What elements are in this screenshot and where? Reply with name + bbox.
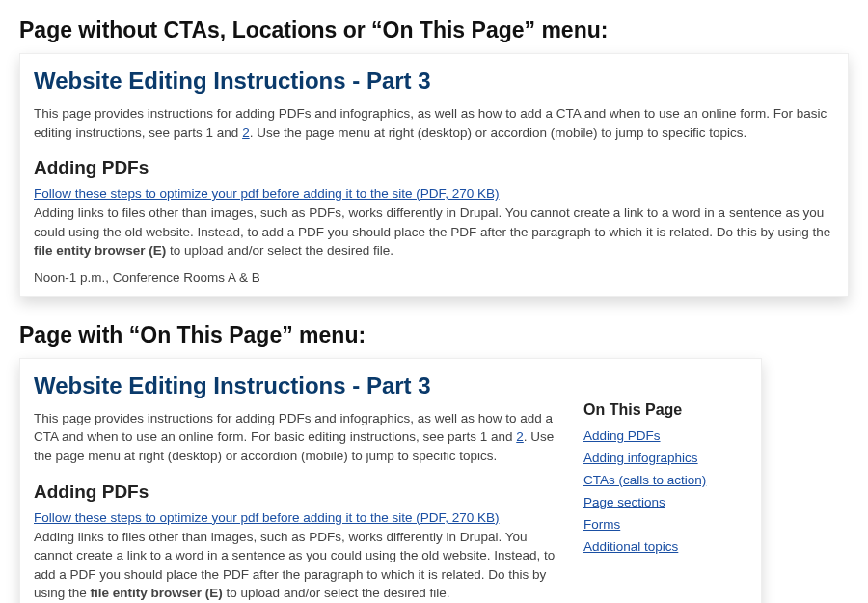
- intro-link-part2[interactable]: 2: [516, 429, 524, 444]
- body-bold: file entity browser (E): [91, 586, 223, 600]
- example-panel-with-menu: Website Editing Instructions - Part 3 Th…: [19, 358, 762, 603]
- page-title: Website Editing Instructions - Part 3: [34, 372, 564, 399]
- pdf-optimize-link[interactable]: Follow these steps to optimize your pdf …: [34, 186, 500, 201]
- on-this-page-heading: On This Page: [583, 401, 747, 419]
- otp-link-adding-infographics[interactable]: Adding infographics: [583, 451, 698, 465]
- intro-after: . Use the page menu at right (desktop) o…: [250, 125, 747, 140]
- main-column: Website Editing Instructions - Part 3 Th…: [34, 369, 564, 603]
- section-heading-2: Page with “On This Page” menu:: [19, 322, 849, 348]
- pdf-optimize-link[interactable]: Follow these steps to optimize your pdf …: [34, 510, 500, 525]
- body-before: Adding links to files other than images,…: [34, 206, 830, 239]
- pdf-body-text: Adding links to files other than images,…: [34, 528, 564, 603]
- section-heading-1: Page without CTAs, Locations or “On This…: [19, 17, 849, 43]
- intro-text: This page provides instructions for addi…: [34, 409, 564, 466]
- subhead-adding-pdfs: Adding PDFs: [34, 157, 834, 178]
- pdf-body-text: Adding links to files other than images,…: [34, 204, 834, 260]
- body-after: to upload and/or select the desired file…: [166, 243, 393, 258]
- otp-link-page-sections[interactable]: Page sections: [583, 495, 665, 509]
- intro-link-part2[interactable]: 2: [242, 125, 250, 140]
- otp-link-additional-topics[interactable]: Additional topics: [583, 539, 678, 554]
- otp-link-adding-pdfs[interactable]: Adding PDFs: [583, 428, 661, 443]
- otp-link-ctas[interactable]: CTAs (calls to action): [583, 473, 706, 487]
- body-bold: file entity browser (E): [34, 243, 166, 258]
- on-this-page-sidebar: On This Page Adding PDFs Adding infograp…: [583, 369, 747, 603]
- page-title: Website Editing Instructions - Part 3: [34, 68, 834, 95]
- footer-line: Noon-1 p.m., Conference Rooms A & B: [34, 270, 834, 285]
- intro-text: This page provides instructions for addi…: [34, 104, 834, 142]
- example-panel-without-menu: Website Editing Instructions - Part 3 Th…: [19, 53, 849, 297]
- subhead-adding-pdfs: Adding PDFs: [34, 481, 564, 503]
- intro-before: This page provides instructions for addi…: [34, 411, 553, 445]
- otp-link-forms[interactable]: Forms: [583, 517, 620, 532]
- on-this-page-list: Adding PDFs Adding infographics CTAs (ca…: [583, 428, 747, 554]
- body-after: to upload and/or select the desired file…: [223, 586, 450, 600]
